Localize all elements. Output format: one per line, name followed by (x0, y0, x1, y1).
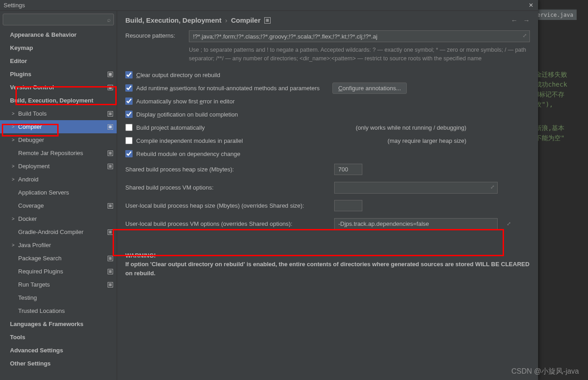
local-vm-input[interactable]: -Djps.track.ap.dependencies=false (334, 218, 498, 230)
sidebar-item-docker[interactable]: >Docker (0, 212, 117, 225)
project-settings-icon: ▦ (108, 164, 113, 169)
rebuild-dep-label: Rebuild module on dependency change (136, 151, 240, 157)
sidebar-item-appearance-behavior[interactable]: Appearance & Behavior (0, 28, 117, 41)
chevron-right-icon: > (12, 216, 17, 221)
resource-patterns-input[interactable]: !?*.java;!?*.form;!?*.class;!?*.groovy;!… (189, 30, 530, 42)
sidebar-item-label: Run Targets (18, 281, 50, 288)
project-settings-icon: ▦ (108, 203, 113, 209)
build-auto-label: Build project automatically (136, 124, 205, 131)
sidebar-item-advanced-settings[interactable]: Advanced Settings (0, 344, 117, 357)
sidebar-item-application-servers[interactable]: Application Servers (0, 186, 117, 199)
sidebar-item-testing[interactable]: Testing (0, 291, 117, 304)
local-heap-input[interactable] (334, 200, 362, 211)
content-panel: Build, Execution, Deployment › Compiler … (117, 11, 538, 380)
search-input[interactable] (6, 16, 107, 23)
sidebar-item-label: Build Tools (18, 110, 47, 117)
build-auto-checkbox[interactable] (125, 124, 133, 131)
editor-tab[interactable]: ervice.java (534, 9, 577, 20)
sidebar-item-trusted-locations[interactable]: Trusted Locations (0, 304, 117, 317)
project-settings-icon: ▦ (264, 17, 271, 24)
warning-body: If option 'Clear output directory on reb… (125, 260, 530, 278)
sidebar-item-compiler[interactable]: >Compiler▦ (0, 120, 117, 133)
sidebar-item-android[interactable]: >Android (0, 173, 117, 186)
sidebar-item-label: Docker (18, 215, 37, 222)
auto-show-error-checkbox[interactable] (125, 97, 133, 105)
clear-output-checkbox[interactable] (125, 71, 133, 78)
project-settings-icon: ▦ (108, 85, 113, 90)
expand-icon[interactable]: ⤢ (507, 221, 511, 227)
nav-forward-icon[interactable]: → (523, 16, 530, 24)
close-icon[interactable]: ✕ (527, 2, 534, 9)
project-settings-icon: ▦ (108, 282, 113, 287)
sidebar-item-label: Advanced Settings (10, 347, 63, 354)
shared-vm-input[interactable]: ⤢ (334, 182, 498, 194)
sidebar-item-label: Remote Jar Repositories (18, 150, 83, 156)
project-settings-icon: ▦ (108, 72, 113, 77)
shared-heap-label: Shared build process heap size (Mbytes): (125, 166, 334, 173)
runtime-assertions-checkbox[interactable] (125, 84, 133, 92)
search-icon: ⌕ (107, 16, 111, 23)
sidebar-item-editor[interactable]: Editor (0, 54, 117, 68)
sidebar-item-build-tools[interactable]: >Build Tools▦ (0, 107, 117, 120)
sidebar-item-label: Required Plugins (18, 268, 63, 275)
sidebar-item-label: Deployment (18, 163, 49, 170)
sidebar-item-tools[interactable]: Tools (0, 331, 117, 344)
sidebar-item-label: Editor (10, 58, 27, 64)
expand-icon[interactable]: ⤢ (523, 33, 527, 39)
compile-parallel-label: Compile independent modules in parallel (136, 137, 243, 144)
sidebar-item-label: Gradle-Android Compiler (18, 229, 84, 235)
compile-parallel-aside: (may require larger heap size) (388, 137, 530, 144)
sidebar-item-languages-frameworks[interactable]: Languages & Frameworks (0, 317, 117, 331)
editor-background: ervice.java 金迁移失败 成功check d标记不存 攻"), 新浪,… (534, 0, 588, 380)
chevron-right-icon: > (12, 111, 17, 116)
shared-heap-input[interactable] (334, 164, 362, 175)
local-vm-label: User-local build process VM options (ove… (125, 220, 334, 227)
code-line: 新浪,基本 (534, 123, 588, 133)
sidebar-item-plugins[interactable]: Plugins▦ (0, 68, 117, 81)
sidebar-item-required-plugins[interactable]: Required Plugins▦ (0, 265, 117, 278)
settings-tree[interactable]: Appearance & BehaviorKeymapEditorPlugins… (0, 28, 117, 380)
project-settings-icon: ▦ (108, 269, 113, 274)
search-box[interactable]: ⌕ (3, 14, 114, 25)
sidebar-item-package-search[interactable]: Package Search▦ (0, 252, 117, 265)
code-line: 成功check (534, 80, 588, 90)
project-settings-icon: ▦ (108, 151, 113, 156)
sidebar-item-java-profiler[interactable]: >Java Profiler (0, 239, 117, 252)
sidebar-item-label: Build, Execution, Deployment (10, 97, 93, 104)
expand-icon[interactable]: ⤢ (490, 184, 494, 190)
sidebar-item-debugger[interactable]: >Debugger (0, 133, 117, 146)
code-line: d标记不存 (534, 90, 588, 100)
sidebar-item-coverage[interactable]: Coverage▦ (0, 199, 117, 212)
resource-patterns-value: !?*.java;!?*.form;!?*.class;!?*.groovy;!… (193, 33, 377, 40)
sidebar-item-label: Application Servers (18, 189, 69, 196)
sidebar-item-build-execution-deployment[interactable]: Build, Execution, Deployment (0, 94, 117, 107)
warning-block: WARNING! If option 'Clear output directo… (125, 251, 530, 278)
sidebar-item-label: Trusted Locations (18, 307, 65, 314)
configure-annotations-button[interactable]: Configure annotations... (332, 83, 407, 94)
sidebar-item-keymap[interactable]: Keymap (0, 41, 117, 54)
sidebar-item-version-control[interactable]: Version Control▦ (0, 81, 117, 94)
sidebar-item-run-targets[interactable]: Run Targets▦ (0, 278, 117, 291)
local-vm-value: -Djps.track.ap.dependencies=false (338, 220, 429, 227)
sidebar-item-label: Compiler (18, 123, 42, 130)
sidebar-item-other-settings[interactable]: Other Settings (0, 357, 117, 370)
breadcrumb-parent[interactable]: Build, Execution, Deployment (125, 16, 222, 24)
display-notification-checkbox[interactable] (125, 111, 133, 118)
sidebar: ⌕ Appearance & BehaviorKeymapEditorPlugi… (0, 11, 117, 380)
sidebar-item-gradle-android-compiler[interactable]: Gradle-Android Compiler▦ (0, 225, 117, 239)
sidebar-item-label: Android (18, 176, 39, 183)
code-line: 金迁移失败 (534, 70, 588, 80)
sidebar-item-label: Languages & Frameworks (10, 321, 84, 327)
nav-back-icon[interactable]: ← (511, 16, 518, 24)
sidebar-item-label: Version Control (10, 84, 54, 91)
sidebar-item-label: Keymap (10, 44, 33, 51)
local-heap-label: User-local build process heap size (Mbyt… (125, 202, 334, 209)
rebuild-dep-checkbox[interactable] (125, 150, 133, 157)
code-line: 不能为空" (534, 133, 588, 143)
resource-patterns-hint: Use ; to separate patterns and ! to nega… (189, 46, 530, 63)
compile-parallel-checkbox[interactable] (125, 137, 133, 144)
chevron-right-icon: > (12, 164, 17, 169)
sidebar-item-remote-jar-repositories[interactable]: Remote Jar Repositories▦ (0, 146, 117, 160)
sidebar-item-deployment[interactable]: >Deployment▦ (0, 160, 117, 173)
chevron-right-icon: › (225, 16, 227, 24)
